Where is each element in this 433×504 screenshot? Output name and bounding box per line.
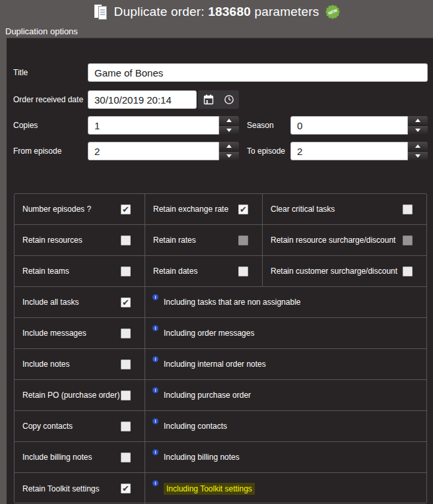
option-label-copy-contacts: Copy contacts: [22, 422, 73, 431]
date-picker-buttons: [198, 90, 239, 109]
option-row: Retain PO (purchase order)iIncluding pur…: [15, 380, 426, 411]
from-episode-spinner: [219, 142, 239, 160]
order-received-date-input[interactable]: [88, 90, 197, 109]
option-label-include-billing-notes: Include billing notes: [22, 453, 92, 462]
option-cell: Retain resource surcharge/discount: [263, 225, 426, 255]
checkbox-copy-contacts[interactable]: [121, 422, 131, 431]
option-row: Include notesiIncluding internal order n…: [15, 349, 426, 380]
option-cell: Include notes: [15, 349, 145, 379]
option-info-cell: iIncluding Toolkit settings: [145, 473, 426, 504]
copies-label: Copies: [13, 116, 38, 135]
spinner-down-button[interactable]: [219, 152, 239, 161]
checkbox-retain-exchange-rate[interactable]: ✔: [238, 205, 248, 214]
option-cell: Retain Toolkit settings✔: [15, 473, 145, 504]
checkbox-clear-critical-tasks[interactable]: [403, 205, 413, 214]
to-episode-spinner: [408, 142, 428, 160]
arrow-up-icon: [415, 119, 420, 122]
dialog-title: Duplicate order: 183680 parameters: [114, 5, 319, 19]
calendar-icon[interactable]: [198, 90, 218, 109]
to-episode-label: To episode: [247, 142, 285, 160]
option-info-cell: iIncluding billing notes: [145, 442, 426, 472]
option-cell: Number episodes ?✔: [15, 194, 145, 224]
checkbox-retain-rates[interactable]: [238, 236, 248, 245]
option-info-cell: iIncluding tasks that are non assignable: [145, 287, 426, 317]
checkbox-include-messages[interactable]: [121, 329, 131, 338]
option-info-cell: iIncluding internal order notes: [145, 349, 426, 379]
option-cell: Retain teams: [15, 256, 145, 286]
option-info-cell: iIncluding contacts: [145, 411, 426, 441]
option-row: Include all tasks✔iIncluding tasks that …: [15, 287, 426, 318]
option-cell: Retain rates: [145, 225, 263, 255]
spinner-down-button[interactable]: [219, 126, 239, 135]
arrow-down-icon: [226, 129, 232, 132]
info-icon: i: [152, 449, 158, 455]
season-input[interactable]: [290, 116, 408, 135]
arrow-down-icon: [226, 154, 232, 158]
copies-input[interactable]: [88, 116, 219, 135]
info-text-including-contacts: Including contacts: [164, 422, 227, 431]
option-row: Include messagesiIncluding order message…: [15, 318, 426, 349]
checkbox-number-episodes[interactable]: ✔: [121, 205, 131, 214]
arrow-down-icon: [415, 129, 420, 132]
from-episode-label: From episode: [13, 142, 61, 160]
option-label-retain-dates: Retain dates: [153, 267, 197, 276]
option-info-cell: iIncluding order messages: [145, 318, 426, 348]
option-cell: Retain dates: [145, 256, 263, 286]
checkbox-retain-customer-surcharge-discount[interactable]: [403, 267, 413, 276]
title-input[interactable]: [88, 63, 428, 82]
arrow-up-icon: [226, 144, 232, 148]
season-label: Season: [247, 116, 274, 135]
checkbox-retain-dates[interactable]: [238, 267, 248, 276]
option-row: Number episodes ?✔Retain exchange rate✔C…: [15, 194, 426, 225]
spinner-up-button[interactable]: [219, 116, 239, 125]
checkbox-retain-teams[interactable]: [121, 267, 131, 276]
checkbox-retain-po-purchase-order[interactable]: [121, 391, 131, 400]
option-label-retain-po-purchase-order: Retain PO (purchase order): [22, 391, 119, 400]
option-label-number-episodes: Number episodes ?: [22, 205, 91, 214]
option-label-retain-toolkit-settings: Retain Toolkit settings: [22, 484, 100, 493]
option-row: Copy contactsiIncluding contacts: [15, 411, 426, 442]
title-label: Title: [13, 63, 28, 82]
spinner-up-button[interactable]: [408, 116, 428, 125]
option-cell: Clear critical tasks: [263, 194, 426, 224]
option-row: Include billing notesiIncluding billing …: [15, 442, 426, 473]
option-label-retain-rates: Retain rates: [153, 236, 196, 245]
checkbox-include-notes[interactable]: [121, 360, 131, 369]
option-cell: Retain PO (purchase order): [15, 380, 145, 410]
option-cell: Retain customer surcharge/discount: [263, 256, 426, 286]
clock-icon[interactable]: [218, 90, 239, 109]
spinner-down-button[interactable]: [408, 152, 428, 161]
season-spinner: [408, 116, 428, 135]
info-text-including-order-messages: Including order messages: [164, 329, 254, 338]
spinner-up-button[interactable]: [219, 142, 239, 151]
info-text-including-billing-notes: Including billing notes: [164, 453, 240, 462]
dialog-header: Duplicate order: 183680 parameters NEW: [0, 0, 433, 24]
checkbox-retain-resources[interactable]: [121, 236, 131, 245]
option-label-retain-customer-surcharge-discount: Retain customer surcharge/discount: [271, 267, 397, 276]
new-badge-icon: NEW: [325, 5, 340, 19]
checkbox-retain-toolkit-settings[interactable]: ✔: [121, 484, 131, 493]
spinner-down-button[interactable]: [408, 126, 428, 135]
checkbox-include-billing-notes[interactable]: [121, 453, 131, 462]
option-cell: Retain exchange rate✔: [145, 194, 263, 224]
arrow-up-icon: [415, 144, 420, 148]
groupbox-label: Duplication options: [5, 26, 78, 36]
info-icon: i: [152, 387, 158, 393]
option-cell: Retain resources: [15, 225, 145, 255]
arrow-down-icon: [415, 154, 420, 158]
checkbox-include-all-tasks[interactable]: ✔: [121, 298, 131, 307]
info-icon: i: [152, 325, 158, 331]
from-episode-input[interactable]: [88, 142, 219, 160]
option-row: Retain resourcesRetain ratesRetain resou…: [15, 225, 426, 256]
option-cell: Include messages: [15, 318, 145, 348]
checkbox-retain-resource-surcharge-discount[interactable]: [403, 236, 413, 245]
duplicate-document-icon: [94, 4, 108, 20]
spinner-up-button[interactable]: [408, 142, 428, 151]
order-received-date-label: Order received date: [13, 90, 83, 109]
option-row: Retain Toolkit settings✔iIncluding Toolk…: [15, 473, 426, 504]
option-cell: Copy contacts: [15, 411, 145, 441]
option-label-retain-exchange-rate: Retain exchange rate: [153, 205, 228, 214]
option-label-clear-critical-tasks: Clear critical tasks: [271, 205, 335, 214]
option-label-retain-teams: Retain teams: [22, 267, 69, 276]
to-episode-input[interactable]: [290, 142, 408, 160]
